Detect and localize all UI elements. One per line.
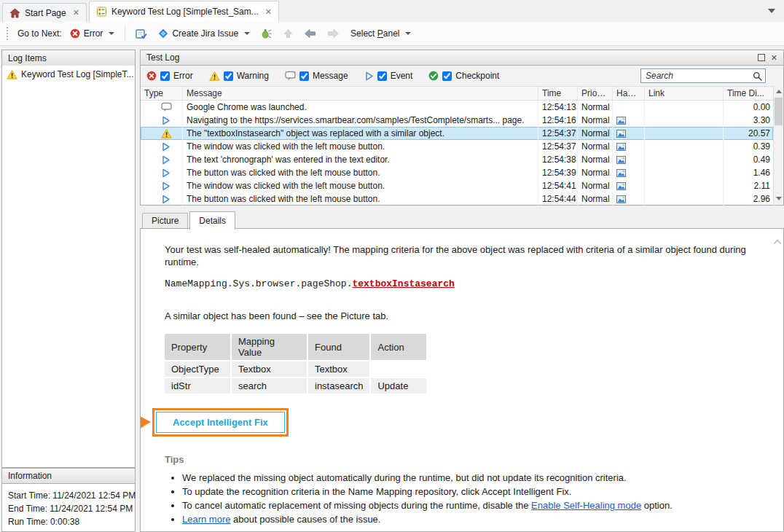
log-cell-link (645, 140, 724, 153)
scroll-down-icon[interactable] (776, 197, 782, 200)
filter-checkbox-checkpoint[interactable] (442, 71, 452, 81)
navigate-back-button[interactable] (301, 26, 319, 41)
criteria-cell: Textbox (232, 361, 307, 377)
log-cell-type-warning-icon (141, 127, 183, 140)
test-log-panel-header: Test Log ✕ (140, 50, 784, 66)
column-header[interactable]: Priority (578, 87, 613, 100)
tab-keyword-test-log[interactable]: Keyword Test Log [SimpleTest_Sam... ✕ (89, 1, 279, 22)
criteria-column-header: Found (308, 334, 369, 360)
navigate-forward-button[interactable] (324, 26, 342, 41)
log-cell-has-picture (613, 153, 645, 166)
panel-window-buttons: ✕ (758, 54, 777, 62)
log-cell-priority: Normal (578, 140, 613, 153)
tab-overflow-chevron-icon[interactable] (768, 9, 775, 13)
criteria-cell: Textbox (308, 361, 369, 377)
log-cell-type-event-icon (141, 179, 183, 192)
tip-item: We replaced the missing object automatic… (182, 472, 754, 484)
criteria-table-body: ObjectTypeTextboxTextboxidStrsearchinsta… (165, 361, 426, 394)
filter-checkbox-message[interactable] (299, 71, 309, 81)
create-jira-issue-button[interactable]: Create Jira Issue (155, 26, 253, 41)
navigate-up-button[interactable] (281, 26, 296, 41)
log-row[interactable]: The button was clicked with the left mou… (141, 192, 773, 206)
log-cell-has-picture (613, 101, 645, 114)
log-cell-type-event-icon (141, 166, 183, 179)
tab-label: Picture (152, 216, 179, 226)
run-bug-button[interactable] (258, 26, 275, 42)
log-cell-message: Google Chrome was launched. (183, 101, 538, 114)
tree-item-keyword-test-log[interactable]: Keyword Test Log [SimpleT... (2, 66, 135, 83)
criteria-column-header: Mapping Value (232, 334, 307, 360)
information-panel-header: Information (1, 468, 136, 484)
log-row[interactable]: The "textboxInstasearch" object was repl… (141, 127, 773, 140)
details-scroll-up-icon[interactable] (773, 239, 782, 245)
message-icon (285, 71, 296, 81)
log-cell-message: The "textboxInstasearch" object was repl… (183, 127, 538, 140)
tab-details[interactable]: Details (189, 211, 235, 230)
select-panel-button[interactable]: Select Panel (348, 26, 414, 41)
tip-link[interactable]: Enable Self-Healing mode (531, 500, 641, 511)
tips-heading: Tips (165, 454, 754, 465)
scroll-up-icon[interactable] (776, 90, 782, 93)
create-jira-label: Create Jira Issue (172, 28, 238, 39)
log-row[interactable]: The button was clicked with the left mou… (141, 166, 773, 179)
filter-checkbox-error[interactable] (160, 71, 170, 81)
tip-text: about possible causes of the issue. (230, 514, 380, 525)
search-input[interactable] (640, 69, 766, 83)
similar-object-note: A similar object has been found – see th… (165, 310, 754, 322)
chevron-down-icon (405, 32, 411, 35)
filter-checkbox-event[interactable] (377, 71, 387, 81)
criteria-header-row: PropertyMapping ValueFoundAction (165, 334, 426, 360)
log-row[interactable]: The window was clicked with the left mou… (141, 179, 773, 192)
panel-title-label: Information (8, 471, 52, 481)
log-row[interactable]: The window was clicked with the left mou… (141, 140, 773, 153)
main-toolbar: Go to Next: Error Create Jira Issue Sele… (0, 22, 784, 46)
filter-event[interactable]: Event (364, 71, 413, 81)
log-cell-link (645, 127, 724, 140)
log-cell-link (645, 153, 724, 166)
log-cell-time-diff: 0.39 (724, 140, 775, 153)
log-row[interactable]: Navigating to the https://services.smart… (141, 114, 773, 127)
chevron-down-icon (109, 32, 114, 35)
error-icon (70, 28, 80, 39)
filter-checkpoint[interactable]: Checkpoint (428, 71, 499, 81)
close-icon[interactable]: ✕ (771, 54, 777, 62)
tip-link[interactable]: Learn more (182, 514, 230, 525)
filter-message[interactable]: Message (285, 71, 348, 81)
close-icon[interactable]: ✕ (265, 8, 272, 16)
column-header[interactable]: Link (645, 87, 724, 100)
go-to-next-error-button[interactable]: Error (67, 26, 118, 41)
log-cell-message: The button was clicked with the left mou… (183, 166, 538, 179)
log-scrollbar[interactable] (773, 86, 783, 204)
tips-list: We replaced the missing object automatic… (165, 472, 754, 525)
tab-picture[interactable]: Picture (142, 213, 188, 229)
filter-label: Event (391, 71, 413, 81)
log-cell-time: 12:54:38 (538, 153, 578, 166)
close-icon[interactable]: ✕ (73, 9, 79, 17)
log-table-body: Google Chrome was launched.12:54:13Norma… (141, 101, 773, 206)
chevron-down-icon (244, 32, 250, 35)
accept-intelligent-fix-button[interactable]: Accept Intelligent Fix (156, 412, 285, 433)
filter-checkbox-warning[interactable] (224, 71, 233, 81)
tab-start-page[interactable]: Start Page ✕ (2, 3, 87, 22)
maximize-icon[interactable] (758, 54, 765, 61)
column-header[interactable]: Has ... (613, 87, 645, 100)
filter-warning[interactable]: Warning (209, 71, 269, 81)
tab-label: Keyword Test Log [SimpleTest_Sam... (111, 7, 259, 17)
jira-icon (158, 28, 168, 39)
column-header[interactable]: Time (538, 87, 578, 100)
column-header[interactable]: Time Di... (724, 87, 775, 100)
column-header[interactable]: Type (141, 87, 183, 100)
scrollbar-thumb[interactable] (775, 98, 783, 125)
checklist-button[interactable] (133, 26, 150, 42)
document-tab-bar: Start Page ✕ Keyword Test Log [SimpleTes… (0, 0, 784, 23)
log-cell-type-event-icon (141, 114, 183, 127)
column-header[interactable]: Message (183, 87, 538, 100)
log-cell-message: Navigating to the https://services.smart… (183, 114, 538, 127)
log-row[interactable]: Google Chrome was launched.12:54:13Norma… (141, 101, 773, 114)
log-cell-time-diff: 2.11 (724, 179, 775, 192)
criteria-row: idStrsearchinstasearchUpdate (165, 378, 426, 394)
toolbar-grip[interactable] (7, 27, 10, 40)
search-box (640, 69, 766, 83)
filter-error[interactable]: Error (146, 71, 193, 81)
log-row[interactable]: The text 'chronograph' was entered in th… (141, 153, 773, 166)
